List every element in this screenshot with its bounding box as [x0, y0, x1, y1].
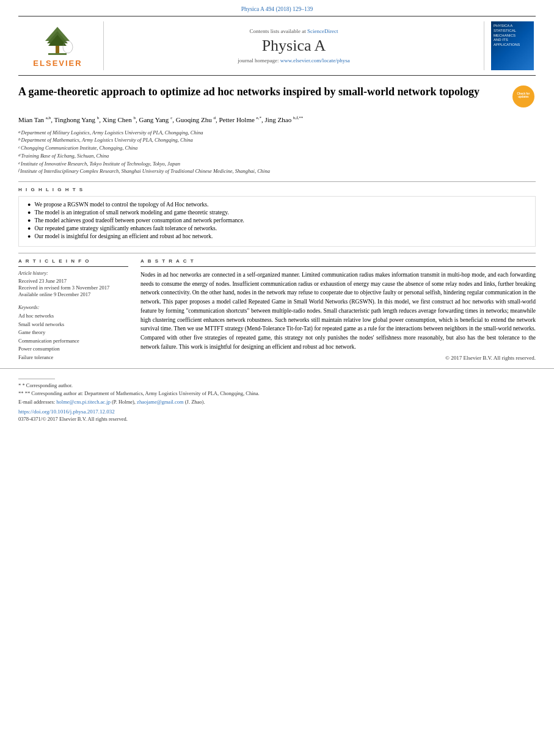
article-title-row: A game-theoretic approach to optimize ad…	[18, 84, 536, 109]
bullet-icon-2: ●	[27, 209, 31, 216]
footnote-single-star: * * Corresponding author.	[18, 382, 536, 390]
abstract-divider	[140, 266, 536, 267]
elsevier-wordmark: ELSEVIER	[33, 59, 82, 68]
journal-title-area: Contents lists available at ScienceDirec…	[104, 21, 484, 70]
journal-header: ELSEVIER Contents lists available at Sci…	[18, 16, 536, 76]
elsevier-logo-area: ELSEVIER	[18, 21, 104, 70]
doi-link[interactable]: https://doi.org/10.1016/j.physa.2017.12.…	[18, 409, 536, 415]
highlight-item-2: ● The model is an integration of small n…	[27, 209, 527, 216]
bullet-icon-3: ●	[27, 217, 31, 224]
journal-cover-area: PHYSICA ASTATISTICAL MECHANICSAND ITS AP…	[484, 21, 536, 70]
issn-line: 0378-4371/© 2017 Elsevier B.V. All right…	[18, 416, 536, 422]
sciencedirect-link[interactable]: ScienceDirect	[307, 28, 338, 34]
revised-date: Received in revised form 3 November 2017	[18, 285, 128, 291]
email-2-note: (J. Zhao).	[185, 399, 205, 405]
highlights-box: ● We propose a RGSWN model to control th…	[18, 196, 536, 247]
affil-text-f: Institute of Interdisciplinary Complex R…	[20, 167, 270, 175]
email-label: E-mail addresses:	[18, 399, 55, 405]
received-date: Received 23 June 2017	[18, 278, 128, 284]
journal-title: Physica A	[262, 37, 326, 55]
copyright-line: © 2017 Elsevier B.V. All rights reserved…	[140, 355, 536, 361]
affil-d: d Training Base of Xichang, Sichuan, Chi…	[18, 152, 536, 160]
affil-text-a: Department of Military Logistics, Army L…	[21, 129, 203, 137]
highlight-text-3: The model achieves good tradeoff between…	[34, 217, 244, 224]
affil-sup-d: d	[18, 152, 21, 160]
affil-e: e Institute of Innovative Research, Toky…	[18, 160, 536, 168]
keywords-label: Keywords:	[18, 305, 128, 310]
journal-ref-text: Physica A 494 (2018) 129–139	[241, 6, 313, 12]
homepage-link[interactable]: www.elsevier.com/locate/physa	[280, 57, 350, 64]
journal-reference: Physica A 494 (2018) 129–139	[0, 0, 554, 16]
abstract-label: A B S T R A C T	[140, 258, 536, 264]
affil-sup-c: c	[18, 144, 20, 152]
journal-homepage: journal homepage: www.elsevier.com/locat…	[238, 57, 349, 64]
single-star-text: * Corresponding author.	[22, 382, 72, 388]
check-for-updates-badge: Check for updates	[512, 85, 534, 107]
email-2-link[interactable]: zhaojame@gmail.com	[137, 399, 184, 405]
highlight-item-4: ● Our repeated game strategy significant…	[27, 225, 527, 231]
keyword-2: Small world networks	[18, 321, 128, 329]
highlight-item-3: ● The model achieves good tradeoff betwe…	[27, 217, 527, 224]
affil-text-c: Chongqing Communication Institute, Chong…	[21, 144, 137, 152]
footnote-divider	[18, 379, 55, 379]
highlight-text-4: Our repeated game strategy significantly…	[34, 225, 217, 231]
abstract-column: A B S T R A C T Nodes in ad hoc networks…	[140, 258, 536, 362]
affil-b: b Department of Mathematics, Army Logist…	[18, 136, 536, 144]
svg-point-5	[63, 41, 73, 53]
cover-label: PHYSICA ASTATISTICAL MECHANICSAND ITS AP…	[494, 24, 531, 48]
highlight-item-5: ● Our model is insightful for designing …	[27, 233, 527, 239]
affiliations: a Department of Military Logistics, Army…	[18, 129, 536, 176]
highlight-text-2: The model is an integration of small net…	[34, 209, 228, 216]
highlight-item-1: ● We propose a RGSWN model to control th…	[27, 202, 527, 208]
email-1-link[interactable]: holme@cns.pi.titech.ac.jp	[56, 399, 111, 405]
article-info-divider	[18, 266, 128, 267]
abstract-text: Nodes in ad hoc networks are connected i…	[140, 271, 536, 351]
check-badge-area: Check for updates	[511, 84, 536, 109]
bullet-icon-4: ●	[27, 225, 31, 231]
affil-sup-a: a	[18, 129, 21, 137]
affil-a: a Department of Military Logistics, Army…	[18, 129, 536, 137]
keyword-1: Ad hoc networks	[18, 312, 128, 321]
affil-sup-f: f	[18, 167, 20, 175]
footnote-double-star: ** ** Corresponding author at: Departmen…	[18, 390, 536, 398]
email-line: E-mail addresses: holme@cns.pi.titech.ac…	[18, 398, 536, 407]
homepage-label: journal homepage:	[238, 57, 279, 64]
contents-line: Contents lists available at ScienceDirec…	[250, 28, 338, 34]
main-content: A game-theoretic approach to optimize ad…	[0, 76, 554, 368]
affil-text-e: Institute of Innovative Research, Tokyo …	[21, 160, 180, 168]
svg-text:updates: updates	[518, 95, 529, 98]
affil-sup-b: b	[18, 136, 21, 144]
two-column-section: A R T I C L E I N F O Article history: R…	[18, 258, 536, 362]
keywords-list: Ad hoc networks Small world networks Gam…	[18, 312, 128, 362]
single-star-symbol: *	[18, 382, 21, 388]
footnotes-area: * * Corresponding author. ** ** Correspo…	[0, 368, 554, 426]
section-divider-1	[18, 181, 536, 182]
section-divider-2	[18, 253, 536, 253]
double-star-text: ** Corresponding author at: Department o…	[25, 390, 260, 396]
journal-cover-image: PHYSICA ASTATISTICAL MECHANICSAND ITS AP…	[491, 21, 534, 70]
article-title: A game-theoretic approach to optimize ad…	[18, 84, 511, 99]
article-info-column: A R T I C L E I N F O Article history: R…	[18, 258, 128, 362]
article-info-label: A R T I C L E I N F O	[18, 258, 128, 264]
keyword-6: Failure tolerance	[18, 354, 128, 362]
email-1-note: (P. Holme),	[112, 399, 136, 405]
keyword-3: Game theory	[18, 329, 128, 337]
double-star-symbol: **	[18, 390, 24, 396]
elsevier-logo: ELSEVIER	[33, 24, 82, 68]
svg-rect-0	[48, 53, 67, 55]
bullet-icon-5: ●	[27, 233, 31, 239]
affil-c: c Chongqing Communication Institute, Cho…	[18, 144, 536, 152]
highlight-text-1: We propose a RGSWN model to control the …	[34, 202, 208, 208]
authors-line: Mian Tan a,b, Tinghong Yang b, Xing Chen…	[18, 115, 536, 125]
affil-text-b: Department of Mathematics, Army Logistic…	[21, 136, 193, 144]
highlights-label: H I G H L I G H T S	[18, 187, 536, 192]
bullet-icon-1: ●	[27, 202, 31, 208]
affil-text-d: Training Base of Xichang, Sichuan, China	[21, 152, 109, 160]
contents-text: Contents lists available at	[250, 28, 306, 34]
highlight-text-5: Our model is insightful for designing an…	[34, 233, 213, 239]
affil-sup-e: e	[18, 160, 20, 168]
check-updates-icon: Check for updates	[515, 88, 532, 105]
available-date: Available online 9 December 2017	[18, 291, 128, 297]
affil-f: f Institute of Interdisciplinary Complex…	[18, 167, 536, 175]
keyword-4: Communication performance	[18, 337, 128, 346]
